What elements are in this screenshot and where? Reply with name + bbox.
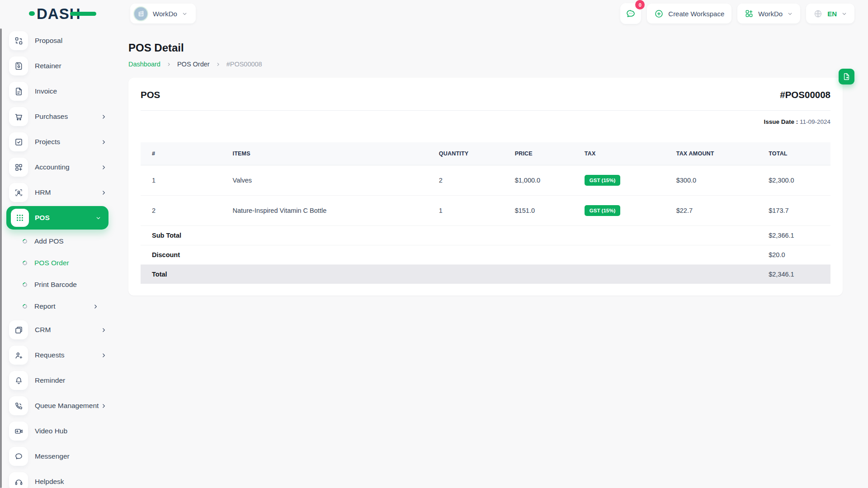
create-workspace-button[interactable]: Create Workspace <box>647 4 731 23</box>
phone-icon <box>9 396 28 415</box>
sidebar-item-retainer[interactable]: Retainer <box>0 53 118 79</box>
card-title: POS <box>141 89 160 100</box>
sidebar-item-projects[interactable]: Projects <box>0 129 118 155</box>
chevron-right-icon <box>101 352 107 358</box>
submenu-item-report[interactable]: Report <box>0 296 118 317</box>
pos-dots-grid-icon <box>11 209 29 227</box>
sidebar-item-accounting[interactable]: Accounting <box>0 155 118 180</box>
user-plus-icon <box>9 346 28 365</box>
table-row: 2 Nature-Inspired Vitamin C Bottle 1 $15… <box>141 196 830 226</box>
sidebar-item-messenger[interactable]: Messenger <box>0 444 118 469</box>
message-bubble-icon <box>9 447 28 466</box>
col-header-tax: TAX <box>573 142 665 165</box>
language-selector[interactable]: EN <box>806 4 854 23</box>
sidebar-scrollbar[interactable] <box>0 28 2 488</box>
language-label: EN <box>827 10 837 18</box>
app-logo[interactable]: DASH <box>29 6 96 21</box>
tax-badge: GST (15%) <box>585 175 621 186</box>
card-header: POS #POS00008 <box>141 89 830 111</box>
sidebar-item-invoice[interactable]: Invoice <box>0 79 118 104</box>
sidebar-item-helpdesk[interactable]: Helpdesk <box>0 469 118 488</box>
col-header-total: TOTAL <box>757 142 830 165</box>
sidebar-item-label: Proposal <box>35 37 62 45</box>
logo-area: DASH <box>0 6 118 21</box>
sidebar-item-queue-management[interactable]: Queue Management <box>0 393 118 418</box>
chevron-right-icon <box>101 327 107 333</box>
discount-label: Discount <box>141 245 222 265</box>
sidebar-item-pos[interactable]: POS <box>6 206 108 230</box>
subtotal-value: $2,366.1 <box>757 226 830 245</box>
cell-item: Valves <box>222 165 428 196</box>
sidebar-item-label: Requests <box>35 351 64 359</box>
globe-icon <box>813 9 823 19</box>
total-label: Total <box>141 265 222 284</box>
cell-no: 1 <box>141 165 222 196</box>
submenu-item-pos-order[interactable]: POS Order <box>0 252 118 274</box>
submenu-item-print-barcode[interactable]: Print Barcode <box>0 274 118 296</box>
workspace-selector[interactable]: WorkDo <box>130 4 196 23</box>
cell-price: $1,000.0 <box>504 165 573 196</box>
breadcrumb-dashboard-link[interactable]: Dashboard <box>128 61 160 68</box>
export-pos-button[interactable] <box>839 69 854 84</box>
tax-badge: GST (15%) <box>585 205 621 216</box>
sidebar-item-reminder[interactable]: Reminder <box>0 368 118 393</box>
chevron-right-icon <box>166 62 171 67</box>
proposal-icon <box>9 31 28 50</box>
subtotal-label: Sub Total <box>141 226 222 245</box>
sidebar-item-label: Invoice <box>35 87 57 95</box>
logo-dot <box>29 11 35 16</box>
discount-row: Discount $20.0 <box>141 245 830 265</box>
workspace-grid-icon <box>745 9 754 18</box>
sidebar-item-crm[interactable]: CRM <box>0 317 118 343</box>
submenu-item-label: Print Barcode <box>34 281 77 289</box>
chevron-right-icon <box>93 304 99 310</box>
headphones-icon <box>9 472 28 488</box>
sidebar-item-video-hub[interactable]: Video Hub <box>0 418 118 444</box>
chevron-right-icon <box>216 62 221 67</box>
cell-price: $151.0 <box>504 196 573 226</box>
breadcrumb-pos-order-link[interactable]: POS Order <box>177 61 210 68</box>
sidebar-item-label: Projects <box>35 138 60 146</box>
file-export-icon <box>842 72 851 81</box>
col-header-tax-amount: TAX AMOUNT <box>665 142 757 165</box>
notification-count-badge: 0 <box>635 0 645 9</box>
sidebar-item-hrm[interactable]: HRM <box>0 180 118 205</box>
cell-tax-amount: $300.0 <box>665 165 757 196</box>
chevron-down-icon <box>841 11 847 17</box>
notifications-button[interactable]: 0 <box>620 3 641 24</box>
sidebar-item-label: Accounting <box>35 163 70 171</box>
col-header-items: ITEMS <box>222 142 428 165</box>
pos-number: #POS00008 <box>780 89 830 100</box>
workspace-name: WorkDo <box>153 10 177 18</box>
pos-items-table: # ITEMS QUANTITY PRICE TAX TAX AMOUNT TO… <box>141 142 830 284</box>
purchases-cart-icon <box>9 107 28 126</box>
sidebar-item-purchases[interactable]: Purchases <box>0 104 118 129</box>
sidebar-item-label: CRM <box>35 326 51 334</box>
page-title: POS Detail <box>128 42 843 54</box>
chevron-right-icon <box>101 403 107 409</box>
col-header-quantity: QUANTITY <box>428 142 504 165</box>
submenu-item-add-pos[interactable]: Add POS <box>0 230 118 252</box>
submenu-item-label: Report <box>34 302 56 310</box>
sidebar: Proposal Retainer Invoice Purchases <box>0 27 118 488</box>
sidebar-item-requests[interactable]: Requests <box>0 343 118 368</box>
col-header-price: PRICE <box>504 142 573 165</box>
cell-total: $2,300.0 <box>757 165 830 196</box>
subtotal-row: Sub Total $2,366.1 <box>141 226 830 245</box>
create-workspace-label: Create Workspace <box>668 10 724 18</box>
bullet-icon <box>22 260 28 266</box>
total-row: Total $2,346.1 <box>141 265 830 284</box>
bullet-icon <box>22 238 28 244</box>
sidebar-item-proposal[interactable]: Proposal <box>0 28 118 53</box>
sidebar-item-label: Reminder <box>35 376 65 385</box>
submenu-item-label: Add POS <box>34 237 64 245</box>
sidebar-item-label: Queue Management <box>35 402 99 410</box>
table-row: 1 Valves 2 $1,000.0 GST (15%) $300.0 $2,… <box>141 165 830 196</box>
breadcrumb-current: #POS00008 <box>226 61 262 68</box>
accounting-grid-icon <box>9 158 28 177</box>
chevron-right-icon <box>101 139 107 145</box>
chevron-down-icon <box>95 215 101 221</box>
workspace-menu-button[interactable]: WorkDo <box>737 4 800 23</box>
hrm-user-icon <box>9 183 28 202</box>
table-header-row: # ITEMS QUANTITY PRICE TAX TAX AMOUNT TO… <box>141 142 830 165</box>
